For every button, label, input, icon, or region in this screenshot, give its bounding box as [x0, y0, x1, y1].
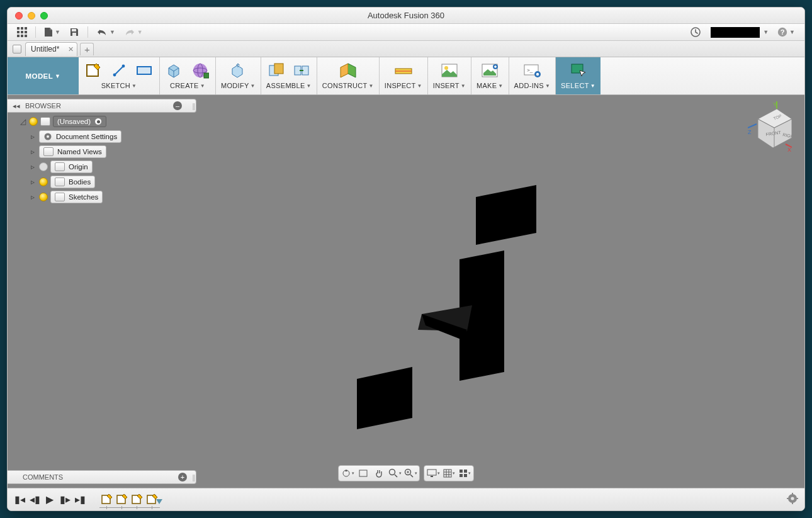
- addins-button[interactable]: >_: [522, 61, 542, 80]
- joint-icon: [293, 62, 310, 79]
- monitor-icon: [427, 469, 437, 478]
- view-cube[interactable]: Y FRONT RIGHT TOP Z X: [748, 101, 792, 149]
- timeline: ▮◂ ◂▮ ▶ ▮▸ ▸▮: [8, 488, 804, 510]
- ribbon-modify-group: MODIFY▼: [216, 57, 261, 94]
- joint-button[interactable]: [291, 61, 312, 80]
- svg-rect-86: [796, 498, 798, 499]
- gear-icon: [787, 493, 798, 504]
- close-tab-button[interactable]: ✕: [68, 45, 74, 53]
- viewport-layout-button[interactable]: ▾: [457, 467, 472, 480]
- data-panel-button[interactable]: [14, 25, 30, 39]
- ribbon-assemble-group: ASSEMBLE▼: [261, 57, 317, 94]
- timeline-play-button[interactable]: ▶: [44, 494, 55, 505]
- new-tab-button[interactable]: +: [80, 43, 94, 55]
- timeline-feature-sketch[interactable]: [99, 492, 115, 507]
- construct-plane-button[interactable]: [338, 61, 358, 80]
- pan-button[interactable]: [371, 467, 386, 480]
- svg-rect-4: [21, 31, 23, 33]
- new-component-button[interactable]: [266, 61, 286, 80]
- line-tool-button[interactable]: [109, 61, 129, 80]
- plane-icon: [339, 62, 358, 79]
- timeline-next-button[interactable]: ▮▸: [59, 494, 70, 505]
- timeline-track[interactable]: [99, 507, 160, 509]
- help-icon: ?: [777, 27, 787, 37]
- comments-title: COMMENTS: [23, 473, 63, 481]
- svg-rect-17: [137, 67, 151, 74]
- create-sketch-button[interactable]: [84, 61, 104, 80]
- rectangle-tool-button[interactable]: [134, 61, 154, 80]
- svg-rect-66: [427, 470, 436, 475]
- canvas-area[interactable]: ◂◂ BROWSER – ‖ ◿ (Unsaved) ▹ Document Se…: [8, 95, 804, 488]
- fit-button[interactable]: ▾: [403, 467, 418, 480]
- undo-button[interactable]: ▼: [93, 25, 118, 39]
- job-status-button[interactable]: [687, 25, 704, 39]
- svg-rect-73: [460, 470, 463, 473]
- svg-rect-0: [17, 27, 20, 30]
- zoom-button[interactable]: ▾: [387, 467, 402, 480]
- timeline-feature-sketch[interactable]: [130, 492, 145, 507]
- make-3dprint-button[interactable]: [480, 61, 500, 80]
- user-account-button[interactable]: ▼: [706, 25, 772, 39]
- save-button[interactable]: [66, 25, 82, 39]
- redo-button[interactable]: ▼: [121, 25, 146, 39]
- svg-rect-6: [17, 35, 20, 37]
- separator: [35, 26, 36, 38]
- resize-grip[interactable]: ‖: [192, 473, 196, 481]
- print-icon: [481, 63, 499, 78]
- timeline-settings-button[interactable]: [787, 493, 798, 507]
- app-window: Autodesk Fusion 360 ▼ ▼ ▼ ▼: [7, 7, 805, 511]
- svg-rect-5: [25, 31, 27, 33]
- svg-rect-10: [72, 33, 76, 36]
- svg-line-54: [748, 124, 757, 128]
- orbit-button[interactable]: ▾: [340, 467, 355, 480]
- comments-header[interactable]: COMMENTS + ‖: [8, 470, 196, 484]
- workspace-switcher[interactable]: MODEL▼: [8, 57, 79, 94]
- timeline-first-button[interactable]: ▮◂: [14, 494, 25, 505]
- model-geometry: [8, 95, 804, 488]
- svg-rect-76: [464, 474, 467, 477]
- svg-rect-1: [21, 27, 23, 30]
- file-menu-button[interactable]: ▼: [41, 25, 64, 39]
- insert-decal-button[interactable]: [439, 61, 460, 80]
- timeline-feature-sketch[interactable]: [115, 492, 130, 507]
- grid-icon: [17, 27, 27, 37]
- window-title: Autodesk Fusion 360: [8, 11, 804, 20]
- svg-rect-8: [25, 35, 27, 37]
- primitive-button[interactable]: [190, 61, 210, 80]
- svg-text:>_: >_: [527, 67, 533, 73]
- add-comment-button[interactable]: +: [178, 473, 187, 481]
- measure-button[interactable]: [393, 61, 414, 80]
- svg-rect-7: [21, 35, 23, 37]
- viewports-icon: [459, 469, 468, 478]
- press-pull-button[interactable]: [228, 61, 248, 80]
- timeline-last-button[interactable]: ▸▮: [74, 494, 86, 505]
- help-button[interactable]: ? ▼: [774, 25, 798, 39]
- component-icon: [268, 62, 285, 79]
- select-icon: [570, 62, 587, 79]
- save-icon: [69, 27, 79, 37]
- look-at-button[interactable]: [356, 467, 371, 480]
- extrude-button[interactable]: [165, 61, 185, 80]
- grid-settings-button[interactable]: ▾: [441, 467, 456, 480]
- sphere-icon: [191, 62, 209, 79]
- ribbon-addins-group: >_ ADD-INS▼: [509, 57, 556, 94]
- svg-rect-85: [787, 498, 789, 499]
- timeline-playhead[interactable]: [156, 499, 162, 504]
- quick-access-toolbar: ▼ ▼ ▼ ▼ ? ▼: [8, 24, 804, 41]
- svg-rect-83: [792, 493, 793, 495]
- measure-icon: [394, 65, 413, 76]
- ribbon-inspect-group: INSPECT▼: [380, 57, 428, 94]
- timeline-prev-button[interactable]: ◂▮: [29, 494, 40, 505]
- fit-icon: [404, 468, 414, 478]
- svg-text:X: X: [787, 147, 791, 152]
- svg-point-29: [444, 66, 448, 70]
- svg-marker-41: [357, 367, 412, 429]
- display-settings-button[interactable]: ▾: [426, 467, 441, 480]
- document-tab[interactable]: Untitled* ✕: [25, 42, 77, 56]
- file-icon: [13, 45, 21, 53]
- sketch-icon: [85, 62, 103, 79]
- undo-icon: [96, 28, 108, 37]
- select-button[interactable]: [568, 61, 589, 80]
- svg-rect-59: [359, 470, 367, 476]
- extrude-icon: [166, 62, 184, 79]
